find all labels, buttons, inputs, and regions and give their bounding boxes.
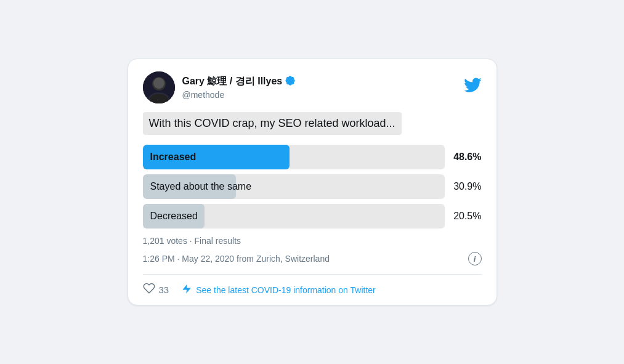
svg-point-3 xyxy=(153,78,164,89)
timestamp-text: 1:26 PM · May 22, 2020 from Zurich, Swit… xyxy=(143,254,330,264)
like-button[interactable]: 33 xyxy=(143,282,169,297)
poll-percent-same: 30.9% xyxy=(445,181,482,192)
verified-icon xyxy=(285,75,296,89)
heart-icon xyxy=(143,282,155,297)
covid-link-text: See the latest COVID-19 information on T… xyxy=(196,285,376,295)
poll-option-decreased: Decreased 20.5% xyxy=(143,204,482,229)
poll-bar-same: Stayed about the same xyxy=(143,174,445,199)
name-text: Gary 鯨理 / 경리 Illyes xyxy=(182,75,283,88)
tweet-timestamp: 1:26 PM · May 22, 2020 from Zurich, Swit… xyxy=(143,252,482,265)
user-info: Gary 鯨理 / 경리 Illyes @methode xyxy=(182,75,296,100)
poll-label-same: Stayed about the same xyxy=(150,181,252,192)
poll-option-same: Stayed about the same 30.9% xyxy=(143,174,482,199)
poll-bar-increased: Increased xyxy=(143,145,445,169)
poll-label-increased: Increased xyxy=(150,152,197,163)
username: @methode xyxy=(182,90,296,100)
tweet-footer: 33 See the latest COVID-19 information o… xyxy=(143,274,482,305)
poll-bar-decreased: Decreased xyxy=(143,204,445,229)
poll-meta: 1,201 votes · Final results xyxy=(143,236,482,246)
tweet-card: Gary 鯨理 / 경리 Illyes @methode With this C… xyxy=(128,59,497,305)
twitter-logo-icon xyxy=(463,76,482,99)
poll-option-increased: Increased 48.6% xyxy=(143,145,482,169)
avatar xyxy=(143,71,175,103)
poll-container: Increased 48.6% Stayed about the same 30… xyxy=(143,145,482,229)
tweet-text: With this COVID crap, my SEO related wor… xyxy=(143,112,402,135)
poll-label-decreased: Decreased xyxy=(150,211,198,222)
display-name: Gary 鯨理 / 경리 Illyes xyxy=(182,75,296,89)
tweet-header: Gary 鯨理 / 경리 Illyes @methode xyxy=(143,71,482,103)
like-count: 33 xyxy=(159,285,169,295)
tweet-header-left: Gary 鯨理 / 경리 Illyes @methode xyxy=(143,71,296,103)
poll-percent-decreased: 20.5% xyxy=(445,211,482,222)
poll-percent-increased: 48.6% xyxy=(445,152,482,163)
covid-info-link[interactable]: See the latest COVID-19 information on T… xyxy=(181,283,376,296)
lightning-icon xyxy=(181,283,192,296)
info-icon[interactable]: i xyxy=(468,252,482,265)
